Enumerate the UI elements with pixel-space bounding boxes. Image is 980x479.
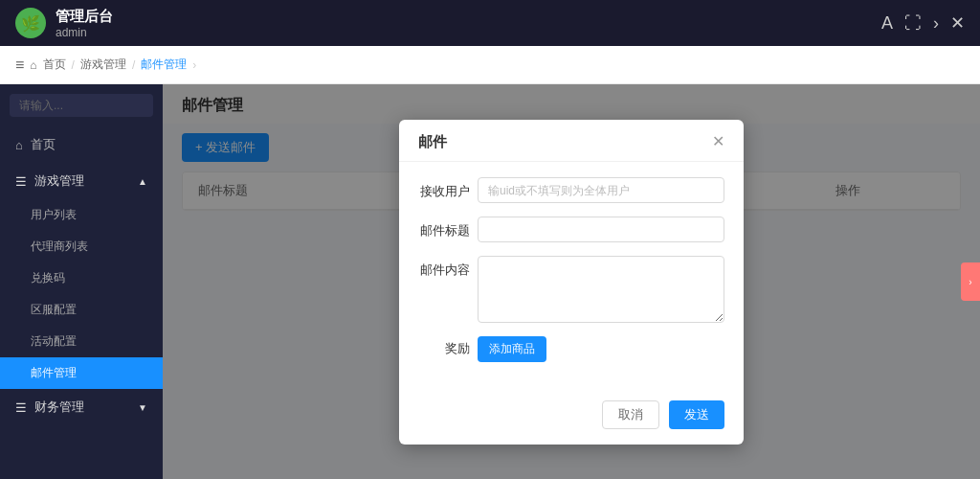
chevron-down-icon: ▼ [138,402,147,413]
modal-footer: 取消 发送 [399,391,744,445]
content-area: 邮件管理 + 发送邮件 邮件标题 收 发送时间 操作 邮件 ✕ [163,84,980,479]
modal-header: 邮件 ✕ [399,120,744,162]
agent-list-label: 代理商列表 [31,239,88,255]
sidebar-game-mgmt-label: 游戏管理 [34,172,84,190]
sidebar-item-game-mgmt[interactable]: ☰ 游戏管理 ▲ [0,163,163,199]
sidebar-item-redeem[interactable]: 兑换码 [0,262,163,294]
breadcrumb-sep3: › [192,58,196,72]
finance-icon: ☰ [15,400,27,415]
user-list-label: 用户列表 [31,207,77,223]
modal-title: 邮件 [418,133,447,151]
sidebar-item-server-config[interactable]: 区服配置 [0,294,163,326]
font-icon[interactable]: A [881,13,893,34]
content-row: 邮件内容 [418,256,724,323]
fullscreen-icon[interactable]: ⛶ [904,13,922,34]
breadcrumb-sep2: / [132,58,135,72]
content-textarea[interactable] [478,256,724,323]
top-header: 🌿 管理后台 admin A ⛶ › ✕ [0,0,980,46]
recipient-input[interactable] [478,177,724,203]
subject-input[interactable] [478,217,724,242]
content-label: 邮件内容 [418,256,470,279]
reward-row: 奖励 添加商品 [418,336,724,362]
admin-name: admin [56,26,113,39]
grid-menu-icon: ☰ [15,174,27,189]
main-layout: ⌂ 首页 ☰ 游戏管理 ▲ 用户列表 代理商列表 兑换码 区服配置 活动配置 邮… [0,84,980,479]
header-left: 🌿 管理后台 admin [15,8,113,39]
add-item-button[interactable]: 添加商品 [478,336,546,362]
sidebar-item-mail-mgmt[interactable]: 邮件管理 [0,357,163,389]
arrow-right-icon[interactable]: › [933,13,939,34]
subject-row: 邮件标题 [418,217,724,242]
home-menu-icon: ⌂ [15,138,23,152]
app-info: 管理后台 admin [56,8,113,39]
close-icon[interactable]: ✕ [950,12,965,34]
mail-mgmt-label: 邮件管理 [31,365,77,381]
activity-config-label: 活动配置 [31,333,77,350]
modal-overlay[interactable]: 邮件 ✕ 接收用户 邮件标题 邮件内容 [163,84,980,479]
breadcrumb-home[interactable]: 首页 [43,57,66,73]
server-config-label: 区服配置 [31,302,77,318]
sidebar: ⌂ 首页 ☰ 游戏管理 ▲ 用户列表 代理商列表 兑换码 区服配置 活动配置 邮… [0,84,163,479]
sidebar-item-activity-config[interactable]: 活动配置 [0,326,163,357]
sidebar-search-container [0,84,163,126]
breadcrumb-game-mgmt[interactable]: 游戏管理 [80,57,126,73]
recipient-row: 接收用户 [418,177,724,203]
confirm-send-button[interactable]: 发送 [669,400,724,429]
breadcrumb-sep1: / [72,58,75,72]
logo-icon: 🌿 [15,8,46,38]
sidebar-search-input[interactable] [10,94,153,117]
mail-modal: 邮件 ✕ 接收用户 邮件标题 邮件内容 [399,120,744,445]
sidebar-item-finance[interactable]: ☰ 财务管理 ▼ [0,389,163,425]
sidebar-home-label: 首页 [31,136,56,153]
scroll-indicator[interactable]: › [961,262,980,301]
cancel-button[interactable]: 取消 [602,400,659,429]
breadcrumb-bar: ≡ ⌂ 首页 / 游戏管理 / 邮件管理 › [0,46,980,84]
sidebar-item-user-list[interactable]: 用户列表 [0,199,163,231]
sidebar-finance-label: 财务管理 [34,399,84,416]
sidebar-item-agent-list[interactable]: 代理商列表 [0,231,163,262]
modal-body: 接收用户 邮件标题 邮件内容 奖励 [399,162,744,391]
modal-close-button[interactable]: ✕ [712,134,724,149]
header-right: A ⛶ › ✕ [881,12,965,34]
reward-label: 奖励 [418,340,470,357]
redeem-label: 兑换码 [31,270,65,286]
app-title: 管理后台 [56,8,113,26]
recipient-label: 接收用户 [418,177,470,200]
scroll-icon: › [969,277,971,287]
breadcrumb-mail-mgmt: 邮件管理 [141,57,187,73]
menu-toggle-icon[interactable]: ≡ [15,57,24,74]
home-icon: ⌂ [30,58,36,72]
sidebar-item-home[interactable]: ⌂ 首页 [0,126,163,163]
subject-label: 邮件标题 [418,217,470,240]
chevron-up-icon: ▲ [138,176,147,187]
